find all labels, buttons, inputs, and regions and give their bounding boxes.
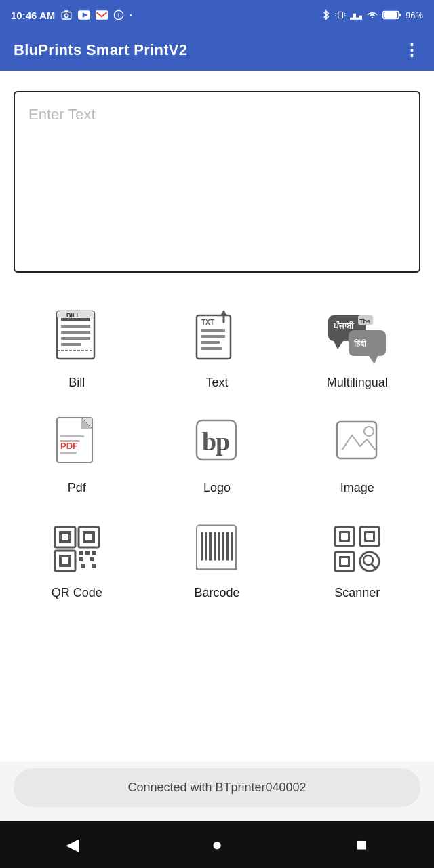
battery-icon: [382, 10, 401, 20]
scanner-icon: [327, 518, 388, 579]
bill-button[interactable]: BILL BILL Bill: [14, 300, 140, 398]
svg-rect-50: [60, 452, 77, 454]
svg-rect-31: [201, 341, 220, 344]
pdf-label: Pdf: [68, 481, 86, 495]
overflow-menu-icon[interactable]: ⋮: [403, 41, 420, 60]
svg-rect-75: [209, 532, 212, 560]
svg-rect-76: [214, 532, 216, 560]
svg-rect-64: [62, 557, 68, 564]
svg-rect-79: [226, 532, 229, 560]
nav-bar: ◀ ● ■: [0, 821, 434, 868]
text-input-area[interactable]: [14, 91, 420, 273]
svg-rect-74: [205, 532, 207, 560]
feature-grid: BILL BILL Bill TXT: [14, 300, 420, 608]
multilingual-icon: ਪੰਜਾਬੀ हिंदी The: [327, 308, 388, 369]
status-icons: [60, 9, 73, 21]
status-left: 10:46 AM ! •: [11, 9, 132, 21]
svg-rect-16: [399, 14, 401, 17]
svg-text:ਪੰਜਾਬੀ: ਪੰਜਾਬੀ: [333, 321, 355, 331]
svg-text:p: p: [216, 427, 230, 456]
svg-rect-2: [64, 10, 68, 12]
svg-rect-15: [384, 12, 397, 18]
pdf-button[interactable]: PDF Pdf: [14, 405, 140, 503]
svg-text:TXT: TXT: [201, 319, 214, 326]
multilingual-button[interactable]: ਪੰਜਾਬੀ हिंदी The Multilingual: [294, 300, 420, 398]
barcode-icon: [186, 518, 248, 579]
svg-rect-67: [92, 551, 96, 555]
svg-point-1: [65, 14, 68, 17]
wifi-icon: [366, 10, 378, 20]
svg-rect-89: [341, 558, 348, 565]
svg-rect-78: [222, 532, 224, 560]
svg-rect-71: [92, 564, 96, 568]
svg-rect-19: [61, 325, 90, 328]
svg-rect-66: [85, 551, 90, 555]
svg-rect-8: [338, 12, 343, 18]
svg-rect-65: [79, 551, 83, 555]
svg-text:PDF: PDF: [60, 441, 78, 451]
main-content: BILL BILL Bill TXT: [0, 71, 434, 762]
text-input[interactable]: [28, 106, 406, 255]
text-button[interactable]: TXT Text: [154, 300, 281, 398]
connection-status: Connected with BTprinter040002: [14, 768, 420, 807]
nav-home-button[interactable]: ●: [197, 824, 237, 865]
svg-rect-20: [61, 331, 90, 334]
svg-marker-36: [334, 341, 343, 349]
svg-rect-5: [96, 10, 108, 20]
svg-rect-58: [62, 534, 68, 540]
svg-rect-69: [90, 557, 94, 561]
svg-rect-77: [218, 532, 220, 560]
logo-label: Logo: [203, 481, 231, 495]
svg-marker-38: [369, 356, 378, 364]
svg-rect-80: [231, 532, 233, 560]
scanner-label: Scanner: [334, 586, 380, 600]
gmail-icon: [96, 10, 108, 20]
dot-icon: •: [130, 12, 132, 19]
svg-text:b: b: [202, 427, 216, 456]
svg-rect-48: [60, 435, 84, 437]
image-label: Image: [340, 481, 374, 495]
nav-back-button[interactable]: ◀: [52, 824, 93, 865]
svg-rect-70: [81, 564, 85, 568]
svg-text:हिंदी: हिंदी: [353, 339, 367, 349]
svg-rect-22: [61, 343, 81, 346]
svg-rect-30: [201, 335, 225, 338]
nav-recent-button[interactable]: ■: [341, 824, 382, 865]
qrcode-icon: [46, 518, 107, 579]
svg-rect-49: [60, 440, 80, 442]
image-icon: [327, 413, 388, 474]
qrcode-button[interactable]: QR Code: [14, 510, 140, 608]
bill-label: Bill: [68, 376, 85, 390]
svg-marker-13: [350, 14, 362, 20]
svg-rect-83: [341, 533, 348, 540]
status-right: 96%: [321, 9, 423, 21]
battery-percent: 96%: [406, 10, 423, 20]
image-button[interactable]: Image: [294, 405, 420, 503]
svg-rect-68: [79, 557, 83, 561]
text-label: Text: [205, 376, 228, 390]
bluetooth-icon: [321, 9, 331, 21]
svg-text:The: The: [359, 318, 370, 325]
signal-icon: [350, 10, 362, 20]
svg-rect-61: [85, 534, 92, 540]
vibrate-icon: [335, 9, 346, 20]
svg-marker-34: [220, 311, 227, 315]
svg-rect-29: [201, 329, 225, 332]
barcode-button[interactable]: Barcode: [154, 510, 281, 608]
svg-rect-73: [201, 532, 203, 560]
svg-rect-32: [201, 347, 222, 350]
barcode-label: Barcode: [194, 586, 239, 600]
bill-icon: BILL BILL: [46, 308, 107, 369]
svg-text:!: !: [118, 12, 120, 18]
scanner-button[interactable]: Scanner: [294, 510, 420, 608]
pdf-icon: PDF: [46, 413, 107, 474]
svg-text:BILL: BILL: [66, 312, 80, 319]
multilingual-label: Multilingual: [327, 376, 388, 390]
svg-rect-86: [366, 533, 373, 540]
status-bar: 10:46 AM ! •: [0, 0, 434, 30]
youtube-icon: [78, 10, 90, 20]
logo-button[interactable]: b p Logo: [154, 405, 281, 503]
svg-rect-21: [61, 337, 90, 340]
qrcode-label: QR Code: [52, 586, 102, 600]
svg-rect-0: [62, 12, 72, 20]
